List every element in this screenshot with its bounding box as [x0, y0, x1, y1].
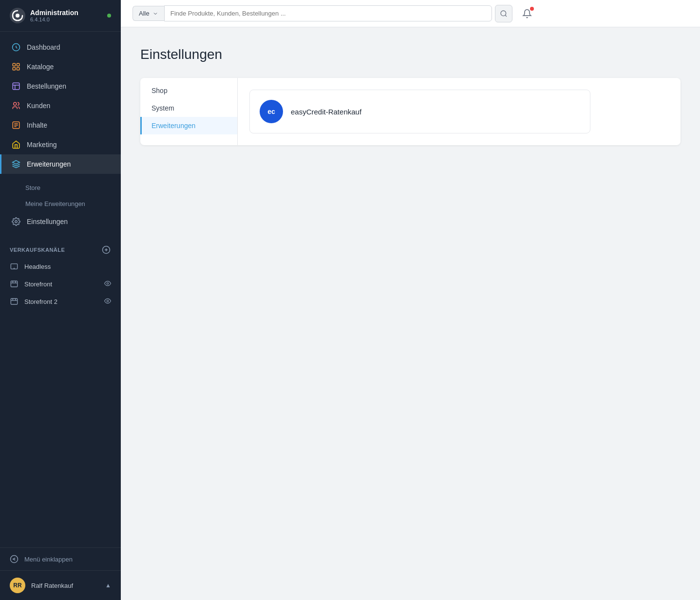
user-section[interactable]: RR Ralf Ratenkauf ▲	[0, 570, 121, 600]
sidebar-item-marketing[interactable]: Marketing	[0, 135, 121, 154]
extensions-icon	[11, 159, 21, 169]
app-title: Administration	[30, 9, 78, 17]
notification-button[interactable]	[518, 5, 536, 22]
user-avatar: RR	[10, 578, 25, 593]
orders-icon	[11, 81, 21, 91]
svg-point-23	[11, 556, 18, 563]
svg-rect-3	[13, 63, 15, 66]
app-logo	[10, 8, 25, 23]
sidebar-header: Administration 6.4.14.0	[0, 0, 121, 32]
search-wrapper: Alle	[132, 5, 512, 22]
user-chevron-icon: ▲	[105, 582, 111, 589]
user-initials: RR	[13, 582, 21, 589]
sidebar-item-label: Inhalte	[27, 121, 47, 129]
svg-point-22	[107, 300, 109, 302]
collapse-label: Menü einklappen	[24, 556, 73, 563]
sidebar-item-inhalte[interactable]: Inhalte	[0, 115, 121, 135]
sidebar-item-kataloge[interactable]: Kataloge	[0, 57, 121, 76]
sidebar-item-label: Marketing	[27, 141, 57, 149]
page-title: Einstellungen	[140, 47, 681, 62]
extension-logo: ec	[260, 100, 283, 123]
settings-content: ec easyCredit-Ratenkauf	[238, 78, 681, 145]
sidebar-item-label: Kataloge	[27, 63, 54, 71]
notification-badge	[530, 7, 534, 11]
catalog-icon	[11, 62, 21, 72]
main-nav: Dashboard Kataloge Bestellungen Kunden I…	[0, 32, 121, 180]
sidebar-item-label: Kunden	[27, 102, 50, 110]
dashboard-icon	[11, 42, 21, 52]
channel-visibility-icon[interactable]	[104, 280, 111, 288]
extension-name: easyCredit-Ratenkauf	[291, 108, 361, 116]
settings-nav-section: Einstellungen	[0, 212, 121, 237]
settings-nav-erweiterungen[interactable]: Erweiterungen	[140, 117, 237, 134]
settings-nav-label: Shop	[151, 87, 168, 94]
svg-line-25	[505, 15, 507, 17]
main-content: Alle Einstellungen Shop System	[121, 0, 700, 600]
settings-nav-system[interactable]: System	[140, 99, 237, 117]
sidebar-item-label: Bestellungen	[27, 82, 66, 90]
channel-label: Storefront	[24, 281, 52, 288]
channel-item-storefront[interactable]: Storefront	[0, 275, 121, 293]
app-title-group: Administration 6.4.14.0	[30, 9, 78, 23]
svg-point-24	[501, 11, 506, 16]
sidebar-item-label: Erweiterungen	[27, 160, 71, 168]
settings-nav: Shop System Erweiterungen	[140, 78, 238, 145]
svg-rect-6	[17, 68, 19, 70]
sidebar-footer: Menü einklappen RR Ralf Ratenkauf ▲	[0, 547, 121, 600]
sidebar-subitem-store[interactable]: Store	[0, 180, 121, 196]
storefront-channel-icon	[10, 280, 19, 288]
svg-point-19	[107, 282, 109, 284]
extension-logo-text: ec	[267, 108, 275, 115]
settings-icon	[11, 217, 21, 226]
svg-point-10	[15, 221, 18, 223]
svg-point-8	[14, 102, 17, 105]
sidebar-subitem-label: Store	[25, 184, 40, 191]
topbar: Alle	[121, 0, 700, 27]
content-area: Einstellungen Shop System Erweiterungen …	[121, 27, 700, 600]
sidebar-item-label: Dashboard	[27, 43, 60, 51]
app-version: 6.4.14.0	[30, 17, 78, 22]
channel-label: Storefront 2	[24, 298, 57, 305]
channel-label: Headless	[24, 263, 51, 270]
svg-rect-17	[11, 281, 17, 287]
verkaufskanaele-section: Verkaufskanäle	[0, 237, 121, 258]
marketing-icon	[11, 140, 21, 150]
settings-nav-label: System	[151, 104, 174, 112]
sidebar-item-bestellungen[interactable]: Bestellungen	[0, 76, 121, 96]
channel-item-headless[interactable]: Headless	[0, 258, 121, 275]
search-submit-button[interactable]	[495, 5, 512, 22]
search-input[interactable]	[164, 5, 492, 21]
customers-icon	[11, 101, 21, 111]
extension-card[interactable]: ec easyCredit-Ratenkauf	[249, 90, 590, 133]
svg-rect-4	[17, 63, 19, 66]
sidebar-subitem-meine-erweiterungen[interactable]: Meine Erweiterungen	[0, 196, 121, 212]
channel2-visibility-icon[interactable]	[104, 298, 111, 306]
sidebar-item-einstellungen[interactable]: Einstellungen	[0, 212, 121, 231]
user-name: Ralf Ratenkauf	[31, 582, 73, 589]
sidebar-item-kunden[interactable]: Kunden	[0, 96, 121, 115]
sidebar-item-erweiterungen[interactable]: Erweiterungen	[0, 154, 121, 174]
status-indicator	[107, 14, 111, 18]
svg-point-1	[16, 14, 19, 18]
sidebar-subitem-label: Meine Erweiterungen	[25, 200, 85, 207]
erweiterungen-sub-nav: Store Meine Erweiterungen	[0, 180, 121, 212]
settings-nav-shop[interactable]: Shop	[140, 82, 237, 99]
add-channel-button[interactable]	[101, 245, 111, 255]
collapse-menu-button[interactable]: Menü einklappen	[0, 548, 121, 570]
search-filter-button[interactable]: Alle	[132, 6, 164, 21]
channel-item-storefront2[interactable]: Storefront 2	[0, 293, 121, 310]
svg-rect-7	[13, 83, 19, 90]
sidebar: Administration 6.4.14.0 Dashboard Katalo…	[0, 0, 121, 600]
settings-layout: Shop System Erweiterungen ec easyCredit-…	[140, 78, 681, 145]
settings-nav-label: Erweiterungen	[151, 122, 195, 130]
storefront2-channel-icon	[10, 297, 19, 306]
headless-channel-icon	[10, 262, 19, 271]
sidebar-item-dashboard[interactable]: Dashboard	[0, 38, 121, 57]
search-filter-label: Alle	[139, 10, 150, 17]
sidebar-item-label: Einstellungen	[27, 218, 68, 225]
svg-rect-5	[13, 68, 15, 70]
section-label-text: Verkaufskanäle	[10, 247, 65, 253]
svg-rect-20	[11, 299, 17, 304]
content-icon	[11, 120, 21, 130]
